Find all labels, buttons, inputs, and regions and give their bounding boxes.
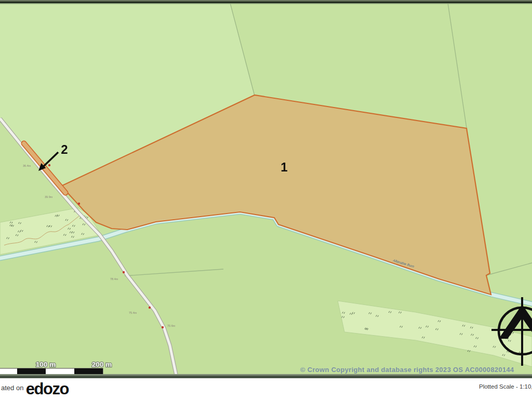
plotted-scale-text: Plotted Scale - 1:10,000	[479, 383, 532, 390]
scale-bar-label-100: 100 m	[36, 361, 56, 368]
spot-height-label: 75.4m	[129, 311, 137, 314]
edozo-map-plot: 36.4m 39.9m 78.4m 75.4m 70.6m Allanabie …	[0, 0, 532, 399]
footer-bar: ated on edozo Plotted Scale - 1:10,000	[0, 378, 532, 399]
spot-height-label: 70.6m	[167, 324, 176, 327]
copyright-text: © Crown Copyright and database rights 20…	[300, 366, 514, 374]
parcel-1-label: 1	[281, 160, 287, 174]
scale-bar-label-200: 200 m	[92, 361, 112, 368]
edozo-logo: edozo	[26, 380, 69, 398]
map-canvas[interactable]: 36.4m 39.9m 78.4m 75.4m 70.6m Allanabie …	[0, 0, 532, 378]
attribution-prefix: ated on	[1, 384, 23, 392]
parcel-2-label: 2	[61, 142, 68, 156]
spot-height-label: 78.4m	[110, 277, 118, 281]
spot-height-label: 36.4m	[23, 164, 31, 167]
attribution: ated on edozo	[1, 380, 69, 398]
os-map: 36.4m 39.9m 78.4m 75.4m 70.6m Allanabie …	[0, 0, 532, 378]
spot-height-label: 39.9m	[45, 195, 53, 198]
